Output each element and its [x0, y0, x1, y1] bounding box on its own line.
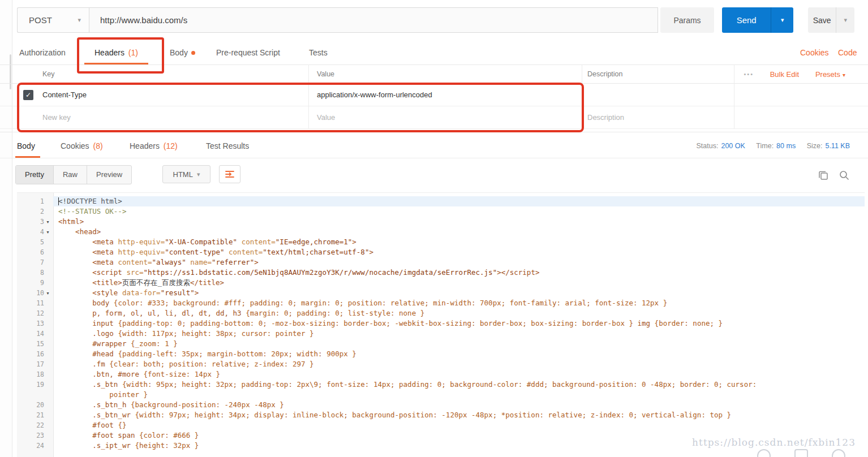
code-token	[58, 268, 92, 277]
tab-label: Body	[170, 48, 188, 57]
preview-button[interactable]: Preview	[87, 166, 131, 184]
params-button[interactable]: Params	[660, 7, 714, 33]
fold-toggle-icon[interactable]: ▾	[44, 219, 51, 225]
more-options-icon[interactable]: •••	[744, 65, 754, 84]
code-token	[58, 339, 92, 348]
line-gutter: 3▾	[17, 217, 53, 227]
column-description: Description	[587, 65, 623, 84]
line-gutter: 17	[17, 359, 53, 369]
response-tab-test-results[interactable]: Test Results	[206, 133, 249, 158]
active-tab-underline	[15, 156, 40, 158]
new-description-input[interactable]: Description	[587, 106, 624, 128]
table-header-row: Key Value Description ••• Bulk Edit Pres…	[0, 64, 868, 84]
code-token	[58, 238, 92, 246]
code-token: ></script>	[497, 268, 539, 277]
code-text: #wrapper {_zoom: 1 }	[53, 339, 865, 349]
code-token: {color: #333; background: #fff; padding:…	[109, 299, 667, 307]
code-token	[58, 278, 92, 287]
response-body-viewer[interactable]: 1<!DOCTYPE html>2<!--STATUS OK-->3▾<html…	[17, 192, 865, 457]
table-row-new: New key Value Description	[0, 106, 868, 129]
code-line: 12 p, form, ol, ul, li, dl, dt, dd, h3 {…	[17, 308, 865, 318]
code-token: {background-position: -240px -48px }	[126, 400, 283, 409]
params-label: Params	[673, 16, 701, 25]
chevron-down-icon: ▾	[844, 16, 847, 24]
column-key: Key	[42, 65, 55, 84]
code-line: 6 <meta http-equiv="content-type" conten…	[17, 247, 865, 257]
tab-tests[interactable]: Tests	[309, 41, 328, 64]
code-token: "always"	[152, 258, 186, 266]
save-dropdown-button[interactable]: ▾	[836, 7, 854, 33]
line-number: 20	[36, 401, 44, 409]
code-link[interactable]: Code	[838, 41, 857, 64]
code-line: 5 <meta http-equiv="X-UA-Compatible" con…	[17, 237, 865, 247]
send-dropdown-button[interactable]: ▾	[771, 7, 793, 33]
language-label: HTML	[173, 170, 193, 179]
search-button[interactable]	[838, 169, 850, 182]
save-label: Save	[813, 16, 831, 25]
status-label: Status:	[697, 142, 719, 150]
code-token: >	[254, 258, 259, 266]
line-gutter: 14	[17, 329, 53, 339]
chevron-down-icon: ▾	[843, 72, 845, 78]
code-token: "IE=edge,chrome=1"	[276, 238, 352, 246]
tab-label: Headers	[94, 48, 124, 57]
cookies-link[interactable]: Cookies	[800, 41, 829, 64]
code-token: <style	[92, 288, 118, 297]
save-button[interactable]: Save	[808, 7, 836, 33]
code-token	[58, 380, 92, 389]
code-text: <meta content="always" name="referrer">	[53, 257, 865, 268]
row-checkbox[interactable]: ✓	[23, 90, 33, 100]
line-gutter: 24	[17, 441, 53, 451]
new-value-input[interactable]: Value	[317, 106, 335, 128]
code-token	[58, 441, 92, 450]
tab-body[interactable]: Body	[170, 41, 195, 64]
send-split-button: Send ▾	[722, 7, 793, 33]
code-token: {height: 32px }	[131, 441, 199, 450]
code-token: {}	[114, 421, 127, 429]
tab-label: Cookies	[61, 141, 89, 150]
tab-headers[interactable]: Headers (1)	[84, 41, 148, 64]
copy-button[interactable]	[817, 169, 830, 182]
key-cell[interactable]: Content-Type	[42, 84, 87, 106]
code-text: .fm {clear: both; position: relative; z-…	[53, 359, 865, 369]
code-token: .logo	[92, 329, 114, 338]
code-text: pointer }	[53, 390, 865, 400]
response-tab-body[interactable]: Body	[17, 133, 35, 158]
line-gutter: 6	[17, 247, 53, 257]
code-token: <meta	[92, 248, 114, 256]
code-token: {width: 117px; height: 38px; cursor: poi…	[114, 329, 314, 338]
size-label: Size:	[807, 142, 823, 150]
code-token: <!--STATUS OK-->	[58, 207, 126, 215]
code-line: 9 <title>页面不存在_百度搜索</title>	[17, 278, 865, 288]
value-cell[interactable]: application/x-www-form-urlencoded	[317, 84, 432, 106]
send-button[interactable]: Send	[722, 7, 771, 33]
code-token: http-equiv=	[114, 248, 165, 256]
tab-authorization[interactable]: Authorization	[19, 41, 66, 64]
line-number: 9	[40, 279, 44, 287]
fold-toggle-icon[interactable]: ▾	[44, 291, 51, 296]
fold-toggle-icon[interactable]: ▾	[44, 230, 51, 235]
presets-label: Presets	[815, 70, 840, 79]
language-dropdown[interactable]: HTML ▾	[162, 165, 210, 183]
line-number: 19	[36, 381, 44, 389]
raw-button[interactable]: Raw	[54, 166, 87, 184]
circle-icon	[832, 449, 845, 457]
url-input[interactable]: http://www.baidu.com/s	[89, 7, 658, 33]
code-text: .btn, #more {font-size: 14px }	[53, 369, 865, 380]
response-tab-cookies[interactable]: Cookies (8)	[61, 133, 103, 158]
tab-count: (8)	[93, 141, 102, 150]
code-line: 20 .s_btn_h {background-position: -240px…	[17, 400, 865, 410]
response-tab-headers[interactable]: Headers (12)	[130, 133, 178, 158]
bulk-edit-link[interactable]: Bulk Edit	[770, 65, 799, 84]
presets-dropdown[interactable]: Presets▾	[815, 65, 845, 84]
method-select[interactable]: POST ▾	[17, 7, 89, 33]
code-text: <style data-for="result">	[53, 288, 865, 298]
pretty-button[interactable]: Pretty	[16, 166, 54, 184]
new-key-input[interactable]: New key	[42, 106, 71, 128]
wrap-text-button[interactable]	[219, 165, 240, 183]
tab-pre-request-script[interactable]: Pre-request Script	[216, 41, 280, 64]
code-token: .s_btn_wr	[92, 411, 131, 419]
watermark-text: https://blog.csdn.net/fxbin123	[692, 437, 856, 448]
chevron-down-icon: ▾	[78, 16, 89, 24]
line-gutter: 21	[17, 410, 53, 420]
